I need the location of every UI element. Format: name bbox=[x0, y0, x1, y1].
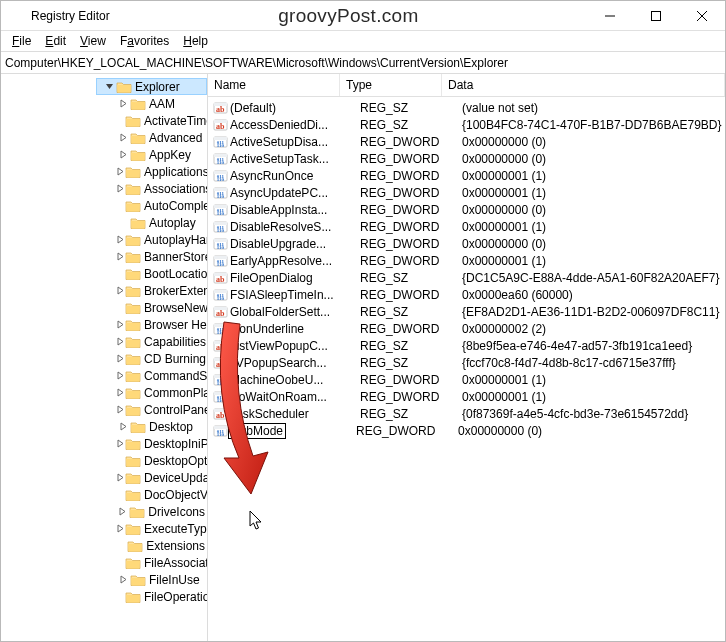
list-row[interactable]: ActiveSetupDisa...REG_DWORD0x00000000 (0… bbox=[208, 133, 725, 150]
list-row[interactable]: FileOpenDialogREG_SZ{DC1C5A9C-E88A-4dde-… bbox=[208, 269, 725, 286]
list-row[interactable]: MachineOobeU...REG_DWORD0x00000001 (1) bbox=[208, 371, 725, 388]
tree-item[interactable]: Browser Helper Objects bbox=[110, 316, 207, 333]
list-row[interactable]: FSIASleepTimeIn...REG_DWORD0x0000ea60 (6… bbox=[208, 286, 725, 303]
list-row[interactable]: AccessDeniedDi...REG_SZ{100B4FC8-74C1-47… bbox=[208, 116, 725, 133]
chevron-right-icon[interactable] bbox=[116, 131, 130, 145]
tree-item[interactable]: CD Burning bbox=[110, 350, 207, 367]
list-row[interactable]: GlobalFolderSett...REG_SZ{EF8AD2D1-AE36-… bbox=[208, 303, 725, 320]
list-row[interactable]: EarlyAppResolve...REG_DWORD0x00000001 (1… bbox=[208, 252, 725, 269]
chevron-right-icon[interactable] bbox=[116, 352, 125, 366]
menu-file[interactable]: File bbox=[5, 32, 38, 50]
menu-favorites[interactable]: Favorites bbox=[113, 32, 176, 50]
tree-item-label: Explorer bbox=[135, 80, 182, 94]
tree-item[interactable]: DesktopOptimization bbox=[110, 452, 207, 469]
chevron-right-icon[interactable] bbox=[116, 97, 130, 111]
list-row[interactable]: TaskSchedulerREG_SZ{0f87369f-a4e5-4cfc-b… bbox=[208, 405, 725, 422]
list-row[interactable]: AsyncUpdatePC...REG_DWORD0x00000001 (1) bbox=[208, 184, 725, 201]
address-bar[interactable]: Computer\HKEY_LOCAL_MACHINE\SOFTWARE\Mic… bbox=[1, 51, 725, 74]
tree-item[interactable]: Autoplay bbox=[110, 214, 207, 231]
list-row[interactable]: DisableUpgrade...REG_DWORD0x00000000 (0) bbox=[208, 235, 725, 252]
chevron-right-icon[interactable] bbox=[116, 471, 125, 485]
menu-edit[interactable]: Edit bbox=[38, 32, 73, 50]
chevron-right-icon[interactable] bbox=[116, 573, 130, 587]
tree-item[interactable]: CommandStore bbox=[110, 367, 207, 384]
list-row[interactable]: DisableResolveS...REG_DWORD0x00000001 (1… bbox=[208, 218, 725, 235]
menu-help[interactable]: Help bbox=[176, 32, 215, 50]
tree-item[interactable]: BrokerExtensions bbox=[110, 282, 207, 299]
list-row[interactable]: ActiveSetupTask...REG_DWORD0x00000000 (0… bbox=[208, 150, 725, 167]
tree-item[interactable]: AppKey bbox=[110, 146, 207, 163]
chevron-right-icon[interactable] bbox=[116, 437, 125, 451]
chevron-right-icon[interactable] bbox=[116, 318, 125, 332]
chevron-right-icon[interactable] bbox=[116, 250, 125, 264]
value-name: GlobalFolderSett... bbox=[228, 305, 356, 319]
tree-item[interactable]: DeviceUpdate bbox=[110, 469, 207, 486]
chevron-down-icon[interactable] bbox=[102, 80, 116, 94]
tree-item[interactable]: FileInUse bbox=[110, 571, 207, 588]
tree-item[interactable]: ExecuteTypeDelegation bbox=[110, 520, 207, 537]
list-row[interactable]: (Default)REG_SZ(value not set) bbox=[208, 99, 725, 116]
tree-item[interactable]: FileAssociation bbox=[110, 554, 207, 571]
tree-item[interactable]: BannerStore bbox=[110, 248, 207, 265]
value-type: REG_DWORD bbox=[352, 424, 454, 438]
chevron-right-icon[interactable] bbox=[116, 165, 125, 179]
chevron-right-icon[interactable] bbox=[116, 403, 125, 417]
tree-item[interactable]: Applications bbox=[110, 163, 207, 180]
list-body[interactable]: (Default)REG_SZ(value not set)AccessDeni… bbox=[208, 97, 725, 439]
chevron-right-icon[interactable] bbox=[116, 505, 129, 519]
tree-item[interactable]: BootLocations bbox=[110, 265, 207, 282]
chevron-right-icon[interactable] bbox=[116, 233, 125, 247]
tree-item[interactable]: Capabilities bbox=[110, 333, 207, 350]
minimize-button[interactable] bbox=[587, 1, 633, 30]
column-header-type[interactable]: Type bbox=[340, 74, 442, 96]
menu-view[interactable]: View bbox=[73, 32, 113, 50]
tree-item-label: Associations bbox=[144, 182, 208, 196]
list-row[interactable]: HubModeREG_DWORD0x00000000 (0) bbox=[208, 422, 725, 439]
tree-pane[interactable]: Explorer AAMActivateTimerAdvancedAppKeyA… bbox=[1, 74, 208, 641]
window-title: Registry Editor bbox=[31, 9, 110, 23]
value-type: REG_DWORD bbox=[356, 186, 458, 200]
tree-item-explorer[interactable]: Explorer bbox=[96, 78, 207, 95]
value-name-edit-input[interactable]: HubMode bbox=[228, 423, 286, 439]
tree-item[interactable]: AutoplayHandlers bbox=[110, 231, 207, 248]
chevron-right-icon[interactable] bbox=[116, 420, 130, 434]
tree-item[interactable]: AutoComplete bbox=[110, 197, 207, 214]
chevron-right-icon[interactable] bbox=[116, 182, 125, 196]
list-row[interactable]: IconUnderlineREG_DWORD0x00000002 (2) bbox=[208, 320, 725, 337]
list-row[interactable]: DisableAppInsta...REG_DWORD0x00000000 (0… bbox=[208, 201, 725, 218]
column-header-name[interactable]: Name bbox=[208, 74, 340, 96]
close-button[interactable] bbox=[679, 1, 725, 30]
tree-item[interactable]: AAM bbox=[110, 95, 207, 112]
tree-item[interactable]: DesktopIniPropertyMap bbox=[110, 435, 207, 452]
list-row[interactable]: ListViewPopupC...REG_SZ{8be9f5ea-e746-4e… bbox=[208, 337, 725, 354]
maximize-button[interactable] bbox=[633, 1, 679, 30]
folder-icon bbox=[130, 216, 146, 230]
tree-item[interactable]: CommonPlaces bbox=[110, 384, 207, 401]
list-row[interactable]: NoWaitOnRoam...REG_DWORD0x00000001 (1) bbox=[208, 388, 725, 405]
tree-item[interactable]: ActivateTimer bbox=[110, 112, 207, 129]
tree-item[interactable]: DocObjectView bbox=[110, 486, 207, 503]
tree-item[interactable]: Extensions bbox=[110, 537, 207, 554]
tree-item[interactable]: DriveIcons bbox=[110, 503, 207, 520]
value-name: DisableResolveS... bbox=[228, 220, 356, 234]
tree-item[interactable]: ControlPanel bbox=[110, 401, 207, 418]
chevron-right-icon[interactable] bbox=[116, 522, 125, 536]
folder-icon bbox=[125, 488, 141, 502]
list-row[interactable]: LVPopupSearch...REG_SZ{fccf70c8-f4d7-4d8… bbox=[208, 354, 725, 371]
tree-item-label: FileAssociation bbox=[144, 556, 208, 570]
chevron-right-icon[interactable] bbox=[116, 335, 125, 349]
tree-item[interactable]: Associations bbox=[110, 180, 207, 197]
list-row[interactable]: AsyncRunOnceREG_DWORD0x00000001 (1) bbox=[208, 167, 725, 184]
tree-item[interactable]: FileOperations bbox=[110, 588, 207, 605]
folder-icon bbox=[125, 318, 141, 332]
chevron-right-icon[interactable] bbox=[116, 284, 125, 298]
chevron-right-icon[interactable] bbox=[116, 386, 125, 400]
tree-item-label: ControlPanel bbox=[144, 403, 208, 417]
value-type: REG_DWORD bbox=[356, 254, 458, 268]
chevron-right-icon[interactable] bbox=[116, 148, 130, 162]
column-header-data[interactable]: Data bbox=[442, 74, 725, 96]
tree-item[interactable]: Advanced bbox=[110, 129, 207, 146]
chevron-right-icon[interactable] bbox=[116, 369, 125, 383]
tree-item[interactable]: Desktop bbox=[110, 418, 207, 435]
tree-item[interactable]: BrowseNewProcess bbox=[110, 299, 207, 316]
